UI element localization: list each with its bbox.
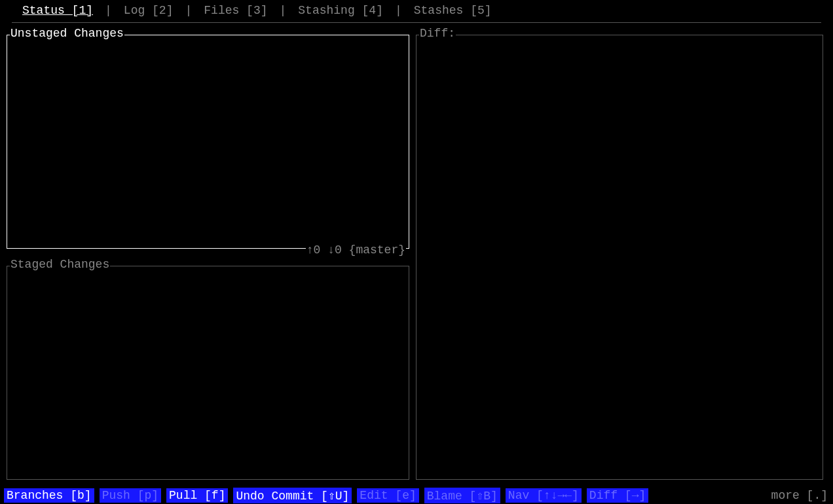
cmd-undo-commit[interactable]: Undo Commit [⇧U] (233, 488, 352, 503)
tab-separator: | (96, 4, 121, 17)
cmd-branches[interactable]: Branches [b] (4, 488, 94, 503)
tab-stashes[interactable]: Stashes [5] (411, 4, 494, 17)
left-column: Unstaged Changes ↑0 ↓0 {master} Staged C… (7, 35, 409, 480)
cmd-edit[interactable]: Edit [e] (357, 488, 418, 503)
cmd-diff[interactable]: Diff [→] (587, 488, 648, 503)
tab-files[interactable]: Files [3] (201, 4, 270, 17)
tab-status[interactable]: Status [1] (20, 4, 96, 17)
tab-stashing[interactable]: Stashing [4] (295, 4, 386, 17)
tab-separator: | (270, 4, 296, 17)
cmd-push[interactable]: Push [p] (100, 488, 161, 503)
branch-status: ↑0 ↓0 {master} (306, 243, 406, 257)
tab-bar: Status [1] | Log [2] | Files [3] | Stash… (0, 0, 833, 22)
cmd-more[interactable]: more [.] (771, 489, 829, 502)
diff-title: Diff: (419, 27, 456, 40)
tab-separator: | (386, 4, 411, 17)
cmd-pull[interactable]: Pull [f] (166, 488, 228, 503)
cmd-nav[interactable]: Nav [↑↓→←] (506, 488, 582, 503)
diff-panel[interactable]: Diff: (416, 35, 823, 480)
staged-changes-panel[interactable]: Staged Changes (7, 266, 409, 480)
cmd-blame[interactable]: Blame [⇧B] (424, 488, 500, 503)
unstaged-changes-panel[interactable]: Unstaged Changes ↑0 ↓0 {master} (7, 35, 409, 249)
staged-title: Staged Changes (10, 258, 110, 271)
unstaged-title: Unstaged Changes (10, 27, 124, 40)
right-column: Diff: (416, 35, 823, 480)
tab-log[interactable]: Log [2] (121, 4, 176, 17)
main-area: Unstaged Changes ↑0 ↓0 {master} Staged C… (0, 23, 833, 480)
command-bar: Branches [b] Push [p] Pull [f] Undo Comm… (0, 487, 833, 504)
tab-separator: | (176, 4, 201, 17)
